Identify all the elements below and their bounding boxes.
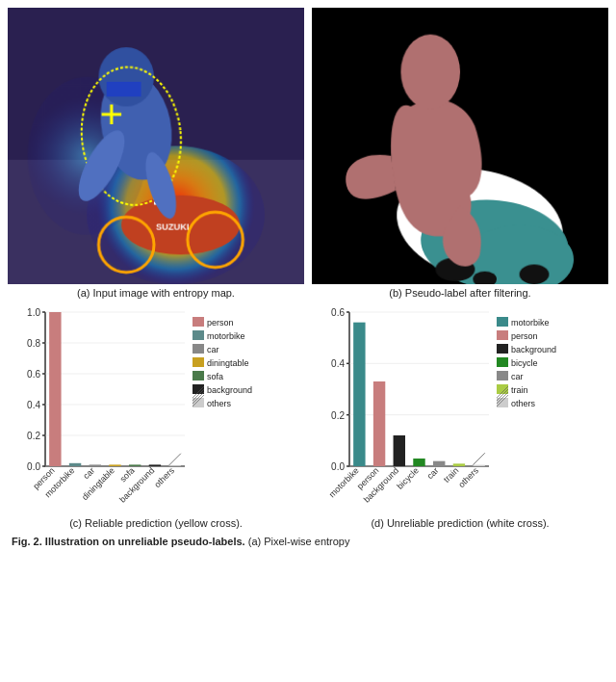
- caption-a: (a) Input image with entropy map.: [77, 287, 235, 299]
- main-container: (a) Input image with entropy map. (b) Ps…: [0, 0, 616, 558]
- caption-c: (c) Reliable prediction (yellow cross).: [69, 517, 243, 529]
- image-b-cell: (b) Pseudo-label after filtering.: [312, 8, 608, 299]
- figure-caption-bold: Fig. 2. Illustration on unreliable pseud…: [12, 536, 245, 547]
- caption-d: (d) Unreliable prediction (white cross).: [371, 517, 549, 529]
- image-b: [312, 8, 608, 284]
- chart-d-cell: (d) Unreliable prediction (white cross).: [312, 302, 608, 529]
- top-row: (a) Input image with entropy map. (b) Ps…: [8, 8, 608, 299]
- figure-caption: Fig. 2. Illustration on unreliable pseud…: [8, 535, 608, 549]
- caption-b: (b) Pseudo-label after filtering.: [389, 287, 530, 299]
- image-a-cell: (a) Input image with entropy map.: [8, 8, 304, 299]
- bottom-row: (c) Reliable prediction (yellow cross). …: [8, 302, 608, 529]
- chart-c-cell: (c) Reliable prediction (yellow cross).: [8, 302, 304, 529]
- image-a: [8, 8, 304, 284]
